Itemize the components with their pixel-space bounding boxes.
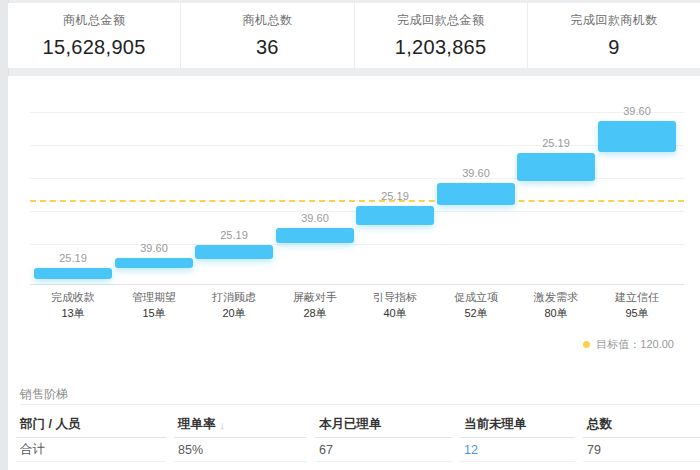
bar-value-label: 39.60: [436, 167, 516, 179]
stage-name-label: 促成立项: [436, 290, 516, 305]
column-label: 总数: [587, 416, 612, 433]
stage-name-label: 管理期望: [114, 290, 194, 305]
table-cell-1: 合计: [16, 438, 166, 462]
table-title: 销售阶梯: [20, 386, 68, 403]
chart-bar-stage-1[interactable]: [34, 268, 112, 279]
bar-value-label: 39.60: [275, 212, 355, 224]
stage-name-label: 引导指标: [355, 290, 435, 305]
target-legend-dot-icon: [583, 341, 590, 348]
kpi-value: 36: [256, 36, 279, 59]
stage-name-label: 打消顾虑: [194, 290, 274, 305]
stage-name-label: 建立信任: [597, 290, 677, 305]
target-legend[interactable]: 目标值：120.00: [583, 337, 674, 352]
gridline: [30, 112, 684, 113]
stage-count-label: 28单: [275, 306, 355, 321]
bar-value-label: 25.19: [516, 137, 596, 149]
table-cell-3: 67: [315, 438, 452, 462]
chart-bar-stage-7[interactable]: [517, 153, 595, 181]
kpi-label: 商机总金额: [63, 12, 126, 29]
table-cell-2: 85%: [174, 438, 307, 462]
stage-count-label: 80单: [516, 306, 596, 321]
table-header-2[interactable]: 理单率↓: [174, 412, 307, 438]
kpi-label: 完成回款总金额: [397, 12, 485, 29]
stage-count-label: 52单: [436, 306, 516, 321]
chart-bar-stage-8[interactable]: [598, 121, 676, 152]
table-header-1: 部门 / 人员: [16, 412, 166, 438]
stage-count-label: 95单: [597, 306, 677, 321]
column-label: 理单率: [178, 416, 216, 433]
kpi-card-3: 完成回款总金额 1,203,865: [354, 3, 527, 68]
kpi-label: 商机总数: [242, 12, 292, 29]
column-label: 部门 / 人员: [20, 416, 80, 433]
target-legend-label: 目标值：120.00: [596, 337, 674, 352]
chart-bar-stage-5[interactable]: [356, 206, 434, 225]
kpi-card-1: 商机总金额 15,628,905: [8, 3, 180, 68]
bar-value-label: 25.19: [194, 229, 274, 241]
stage-name-label: 完成收款: [33, 290, 113, 305]
kpi-card-4: 完成回款商机数 9: [527, 3, 700, 68]
kpi-label: 完成回款商机数: [570, 12, 658, 29]
column-label: 本月已理单: [319, 416, 382, 433]
sales-ladder-section: 销售阶梯 部门 / 人员理单率↓本月已理单当前未理单总数 合计85%671279: [8, 378, 700, 470]
chart-plot-area: 25.19完成收款13单39.60管理期望15单25.19打消顾虑20单39.6…: [8, 76, 700, 378]
pending-orders-link[interactable]: 12: [460, 438, 575, 462]
table-header-3: 本月已理单: [315, 412, 452, 438]
kpi-value: 15,628,905: [43, 36, 146, 59]
bar-value-label: 39.60: [597, 105, 677, 117]
kpi-value: 9: [608, 36, 619, 59]
bar-value-label: 25.19: [355, 190, 435, 202]
kpi-summary-row: 商机总金额 15,628,905 商机总数 36 完成回款总金额 1,203,8…: [8, 3, 700, 68]
sort-descending-icon[interactable]: ↓: [220, 419, 226, 431]
chart-bar-stage-3[interactable]: [195, 245, 273, 259]
stage-count-label: 15单: [114, 306, 194, 321]
table-header-4: 当前未理单: [460, 412, 575, 438]
kpi-value: 1,203,865: [395, 36, 487, 59]
x-axis-line: [30, 284, 684, 285]
chart-bar-stage-2[interactable]: [115, 258, 193, 268]
stage-name-label: 激发需求: [516, 290, 596, 305]
column-label: 当前未理单: [464, 416, 527, 433]
bar-value-label: 25.19: [33, 252, 113, 264]
sales-stage-chart-card: 25.19完成收款13单39.60管理期望15单25.19打消顾虑20单39.6…: [8, 76, 700, 378]
chart-bar-stage-4[interactable]: [276, 228, 354, 243]
stage-name-label: 屏蔽对手: [275, 290, 355, 305]
stage-count-label: 20单: [194, 306, 274, 321]
bar-value-label: 39.60: [114, 242, 194, 254]
divider: [20, 404, 700, 405]
kpi-card-2: 商机总数 36: [180, 3, 353, 68]
chart-bar-stage-6[interactable]: [437, 183, 515, 205]
table-header-5: 总数: [583, 412, 700, 438]
stage-count-label: 40单: [355, 306, 435, 321]
table-cell-5: 79: [583, 438, 700, 462]
stage-count-label: 13单: [33, 306, 113, 321]
